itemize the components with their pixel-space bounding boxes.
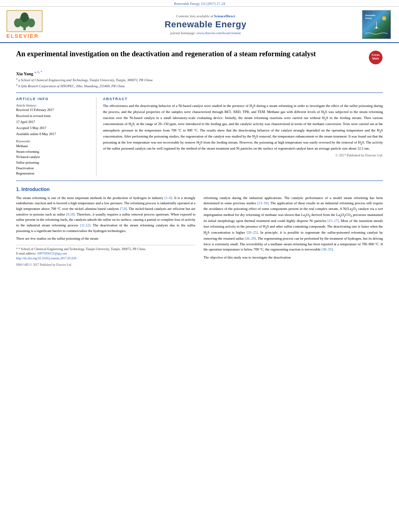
ref-30-35: [30–35] bbox=[321, 247, 333, 251]
article-info-col: ARTICLE INFO Article history: Received 1… bbox=[16, 97, 97, 177]
abstract-text: The effectiveness and the deactivating b… bbox=[103, 103, 383, 151]
homepage-line: journal homepage: www.elsevier.com/locat… bbox=[170, 31, 241, 35]
article-info-abstract: ARTICLE INFO Article history: Received 1… bbox=[16, 92, 383, 181]
abstract-col: ABSTRACT The effectiveness and the deact… bbox=[103, 97, 383, 177]
email-link[interactable]: 10075956111@qq.com bbox=[37, 252, 67, 255]
abstract-title: ABSTRACT bbox=[103, 97, 383, 101]
keyword-sulfur: Sulfur poisoning bbox=[16, 160, 91, 166]
article-title-area: An experimental investigation on the dea… bbox=[16, 49, 383, 67]
svg-point-10 bbox=[375, 27, 377, 29]
affiliations: a a School of Chemical Engineering and T… bbox=[16, 77, 383, 88]
keywords-label: Keywords: bbox=[16, 139, 91, 143]
svg-text:Energy: Energy bbox=[365, 17, 372, 19]
sciencedirect-line: Contents lists available at ScienceDirec… bbox=[176, 14, 235, 18]
available-date: Available online 8 May 2017 bbox=[16, 132, 91, 136]
article-content: An experimental investigation on the dea… bbox=[0, 43, 399, 273]
svg-point-5 bbox=[21, 12, 29, 22]
keyword-steam: Steam reforming bbox=[16, 149, 91, 155]
history-label: Article history: bbox=[16, 103, 91, 107]
footnote-section: * * School of Chemical Engineering and T… bbox=[16, 245, 195, 267]
keyword-deactivation: Deactivation bbox=[16, 166, 91, 171]
crossmark-icon: Cross Mark bbox=[368, 50, 383, 65]
sciencedirect-link[interactable]: ScienceDirect bbox=[214, 14, 235, 18]
journal-info-center: Contents lists available at ScienceDirec… bbox=[55, 10, 356, 39]
article-info-title: ARTICLE INFO bbox=[16, 97, 91, 101]
svg-text:Renewable: Renewable bbox=[365, 14, 375, 16]
svg-text:Mark: Mark bbox=[372, 57, 379, 60]
revised-label: Received in revised form bbox=[16, 114, 91, 118]
introduction-section: 1. Introduction The steam reforming is o… bbox=[16, 187, 383, 267]
ref-1-6: [1–6] bbox=[165, 196, 172, 200]
footnote-email: E-mail address: 10075956111@qq.com bbox=[16, 251, 195, 256]
svg-text:Cross: Cross bbox=[372, 53, 380, 56]
author-line: Xia Yang a, b, * bbox=[16, 70, 383, 76]
svg-point-3 bbox=[14, 18, 21, 27]
intro-p1: The steam reforming is one of the most i… bbox=[16, 195, 195, 234]
article-title-text: An experimental investigation on the dea… bbox=[16, 49, 368, 59]
elsevier-branding: ELSEVIER bbox=[6, 10, 51, 39]
journal-title: Renewable Energy bbox=[165, 19, 247, 30]
ref-15-17: [15–17] bbox=[327, 219, 339, 223]
journal-header: ELSEVIER Contents lists available at Sci… bbox=[0, 7, 399, 43]
doi-line: http://dx.doi.org/10.1016/j.renene.2017.… bbox=[16, 256, 195, 261]
accepted-date: Accepted 5 May 2017 bbox=[16, 126, 91, 130]
top-journal-bar: Renewable Energy 112 (2017) 17–24 bbox=[0, 0, 399, 7]
ref-11-12: [11,12] bbox=[80, 223, 90, 227]
intro-body: The steam reforming is one of the most i… bbox=[16, 195, 383, 267]
elsevier-tree-icon bbox=[6, 10, 43, 32]
journal-citation: Renewable Energy 112 (2017) 17–24 bbox=[174, 2, 225, 6]
intro-p3: reforming catalyst during the industrial… bbox=[204, 195, 383, 253]
intro-p4: The objective of this study was to inves… bbox=[204, 255, 383, 261]
ref-13-19: [13–19] bbox=[257, 201, 269, 205]
keyword-methane: Methane bbox=[16, 144, 91, 149]
ref-9-10: [9,10] bbox=[66, 212, 75, 216]
author-sup: a, b, * bbox=[34, 70, 42, 74]
intro-p2: There are few studies on the sulfur pois… bbox=[16, 236, 195, 242]
footnote-affil: * * School of Chemical Engineering and T… bbox=[16, 247, 195, 251]
elsevier-logo: ELSEVIER bbox=[6, 10, 51, 39]
svg-point-14 bbox=[382, 16, 386, 20]
journal-cover-image: Renewable Energy bbox=[362, 10, 391, 39]
keywords-section: Keywords: Methane Steam reforming Ni-bas… bbox=[16, 139, 91, 177]
ref-26-29: [26–29] bbox=[245, 236, 256, 240]
journal-cover-area: Renewable Energy bbox=[360, 10, 393, 39]
intro-col-left: The steam reforming is one of the most i… bbox=[16, 195, 195, 267]
keyword-ni: Ni-based catalyst bbox=[16, 154, 91, 160]
svg-point-4 bbox=[28, 18, 35, 27]
cover-svg: Renewable Energy bbox=[364, 10, 389, 39]
doi-link[interactable]: http://dx.doi.org/10.1016/j.renene.2017.… bbox=[16, 257, 76, 260]
ref-7-8: [7,8] bbox=[120, 207, 127, 211]
homepage-link[interactable]: www.elsevier.com/locate/renene bbox=[197, 31, 241, 35]
author-name: Xia Yang bbox=[16, 71, 33, 76]
intro-section-title: 1. Introduction bbox=[16, 187, 383, 192]
intro-col-right: reforming catalyst during the industrial… bbox=[204, 195, 383, 267]
issn-line: 0960-1481/© 2017 Published by Elsevier L… bbox=[16, 263, 195, 267]
received-date: Received 15 February 2017 bbox=[16, 108, 91, 112]
keyword-regeneration: Regeneration bbox=[16, 171, 91, 177]
crossmark-logo: Cross Mark bbox=[368, 50, 383, 67]
affiliation-b: b b Qilu Branch Corporation of SINOPEC, … bbox=[16, 83, 383, 89]
affiliation-a: a a School of Chemical Engineering and T… bbox=[16, 77, 383, 83]
elsevier-label: ELSEVIER bbox=[6, 33, 39, 39]
copyright-line: © 2017 Published by Elsevier Ltd. bbox=[103, 153, 383, 157]
revised-date: 17 April 2017 bbox=[16, 120, 91, 124]
ref-20-25: [20–25] bbox=[247, 230, 258, 234]
